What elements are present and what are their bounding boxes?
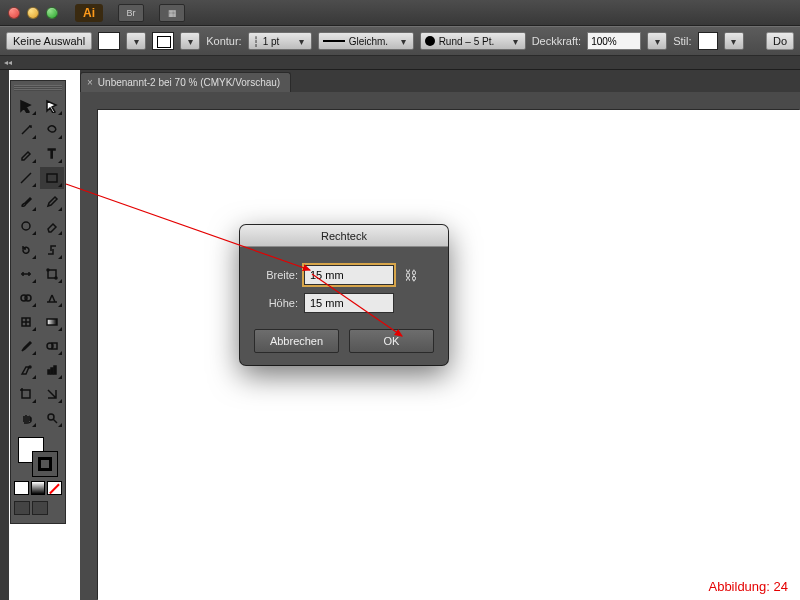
truncated-button[interactable]: Do [766, 32, 794, 50]
brush-definition-dropdown[interactable]: Rund – 5 Pt.▾ [420, 32, 526, 50]
svg-point-15 [29, 366, 31, 368]
opacity-dropdown[interactable]: ▾ [647, 32, 667, 50]
bridge-button[interactable]: Br [118, 4, 144, 22]
color-mode-row [14, 481, 62, 495]
brush-icon [425, 36, 435, 46]
svg-rect-2 [47, 174, 57, 182]
svg-point-6 [55, 277, 57, 279]
window-minimize-icon[interactable] [27, 7, 39, 19]
stroke-profile-icon [323, 40, 345, 42]
window-zoom-icon[interactable] [46, 7, 58, 19]
svg-point-3 [22, 222, 30, 230]
opacity-field[interactable] [587, 32, 641, 50]
screen-mode-normal[interactable] [14, 501, 30, 515]
tool-type[interactable]: T [40, 143, 64, 165]
svg-rect-19 [22, 390, 30, 398]
dock-strip [0, 70, 9, 600]
tool-scale[interactable] [40, 239, 64, 261]
tool-shape-builder[interactable] [14, 287, 38, 309]
color-mode-none[interactable] [47, 481, 62, 495]
svg-point-5 [47, 269, 49, 271]
tool-column-graph[interactable] [40, 359, 64, 381]
tool-free-transform[interactable] [40, 263, 64, 285]
stroke-weight-field[interactable]: ┆1 pt▾ [248, 32, 312, 50]
width-input[interactable] [304, 265, 394, 285]
screen-mode-row [14, 501, 62, 515]
close-tab-icon[interactable]: × [87, 77, 93, 88]
figure-caption: Abbildung: 24 [708, 579, 788, 594]
stroke-box[interactable] [32, 451, 58, 477]
document-tabbar: × Unbenannt-2 bei 70 % (CMYK/Vorschau) [80, 70, 800, 92]
tool-eyedropper[interactable] [14, 335, 38, 357]
link-dimensions-icon[interactable]: ⛓ [404, 268, 417, 283]
tools-panel: T [10, 80, 66, 524]
svg-line-1 [21, 173, 31, 183]
document-tab[interactable]: × Unbenannt-2 bei 70 % (CMYK/Vorschau) [80, 72, 291, 92]
ok-button[interactable]: OK [349, 329, 434, 353]
tool-hand[interactable] [14, 407, 38, 429]
tool-symbol-sprayer[interactable] [14, 359, 38, 381]
fill-stroke-control[interactable] [14, 435, 62, 477]
tool-blend[interactable] [40, 335, 64, 357]
tool-gradient[interactable] [40, 311, 64, 333]
window-close-icon[interactable] [8, 7, 20, 19]
dialog-title: Rechteck [240, 225, 448, 247]
mac-titlebar: Ai Br ▦ [0, 0, 800, 26]
tool-perspective-grid[interactable] [40, 287, 64, 309]
selection-status: Keine Auswahl [6, 32, 92, 50]
svg-rect-18 [54, 366, 56, 374]
control-bar: Keine Auswahl ▾ ▾ Kontur: ┆1 pt▾ Gleichm… [0, 26, 800, 56]
tool-paintbrush[interactable] [14, 191, 38, 213]
svg-rect-12 [47, 319, 57, 325]
tool-rectangle[interactable] [40, 167, 64, 189]
tool-eraser[interactable] [40, 215, 64, 237]
tool-width[interactable] [14, 263, 38, 285]
stroke-dropdown[interactable]: ▾ [180, 32, 200, 50]
tool-selection[interactable] [14, 95, 38, 117]
svg-point-8 [25, 295, 31, 301]
color-mode-solid[interactable] [14, 481, 29, 495]
color-mode-gradient[interactable] [31, 481, 46, 495]
panel-expand-strip[interactable]: ◂◂ [0, 56, 800, 70]
tool-pencil[interactable] [40, 191, 64, 213]
tool-rotate[interactable] [14, 239, 38, 261]
svg-rect-14 [52, 343, 57, 349]
style-label: Stil: [673, 35, 691, 47]
tool-magic-wand[interactable] [14, 119, 38, 141]
fill-swatch[interactable] [98, 32, 120, 50]
app-badge: Ai [75, 4, 103, 22]
stroke-label: Kontur: [206, 35, 241, 47]
tool-zoom[interactable] [40, 407, 64, 429]
svg-rect-16 [48, 370, 50, 374]
tool-artboard[interactable] [14, 383, 38, 405]
tool-direct-selection[interactable] [40, 95, 64, 117]
cancel-button[interactable]: Abbrechen [254, 329, 339, 353]
tool-blob-brush[interactable] [14, 215, 38, 237]
panel-grip[interactable] [14, 85, 62, 91]
style-swatch[interactable] [698, 32, 718, 50]
opacity-label: Deckkraft: [532, 35, 582, 47]
rectangle-dialog: Rechteck Breite: ⛓ Höhe: Abbrechen OK [240, 225, 448, 365]
screen-mode-full[interactable] [32, 501, 48, 515]
stroke-swatch[interactable] [152, 32, 174, 50]
document-tab-title: Unbenannt-2 bei 70 % (CMYK/Vorschau) [98, 77, 280, 88]
fill-dropdown[interactable]: ▾ [126, 32, 146, 50]
stroke-profile-dropdown[interactable]: Gleichm.▾ [318, 32, 414, 50]
tool-pen[interactable] [14, 143, 38, 165]
height-label: Höhe: [254, 297, 298, 309]
svg-text:T: T [48, 147, 56, 161]
artboard[interactable] [98, 110, 800, 600]
style-dropdown[interactable]: ▾ [724, 32, 744, 50]
width-label: Breite: [254, 269, 298, 281]
tool-mesh[interactable] [14, 311, 38, 333]
arrange-documents-button[interactable]: ▦ [159, 4, 185, 22]
svg-rect-17 [51, 368, 53, 374]
tool-line-segment[interactable] [14, 167, 38, 189]
svg-line-23 [53, 419, 57, 423]
height-input[interactable] [304, 293, 394, 313]
tool-slice[interactable] [40, 383, 64, 405]
tool-lasso[interactable] [40, 119, 64, 141]
